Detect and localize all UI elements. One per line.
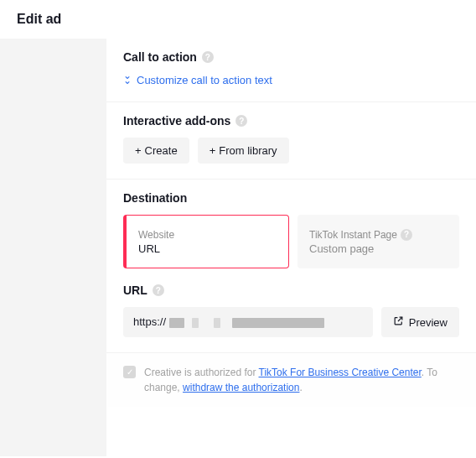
destination-instant-page-label: TikTok Instant Page [309, 229, 397, 241]
destination-website-card[interactable]: Website URL [123, 215, 289, 268]
customize-cta-text: Customize call to action text [137, 74, 272, 86]
sidebar [0, 39, 106, 456]
authorization-footer: ✓ Creative is authorized for TikTok For … [106, 353, 476, 407]
external-link-icon [393, 315, 404, 329]
call-to-action-title: Call to action [123, 50, 197, 64]
help-icon[interactable]: ? [202, 51, 214, 63]
destination-instant-page-card[interactable]: TikTok Instant Page ? Custom page [298, 215, 459, 268]
destination-section: Destination Website URL TikTok Instant P… [106, 180, 476, 353]
help-icon[interactable]: ? [153, 284, 164, 296]
withdraw-authorization-link[interactable]: withdraw the authorization [183, 382, 299, 393]
from-library-button[interactable]: + From library [198, 138, 289, 164]
customize-cta-link[interactable]: ⌄⌄ Customize call to action text [123, 74, 459, 86]
destination-website-value: URL [138, 242, 277, 255]
destination-title: Destination [123, 191, 187, 205]
from-library-label: From library [219, 144, 277, 157]
preview-button[interactable]: Preview [381, 307, 459, 337]
interactive-addons-section: Interactive add-ons ? + Create + From li… [106, 102, 476, 180]
plus-icon: + [135, 144, 142, 157]
interactive-addons-title: Interactive add-ons [123, 114, 230, 128]
create-addon-button[interactable]: + Create [123, 138, 189, 164]
page-title: Edit ad [0, 0, 476, 39]
plus-icon: + [210, 144, 216, 157]
authorization-text: Creative is authorized for TikTok For Bu… [144, 365, 459, 395]
create-addon-label: Create [145, 144, 178, 157]
help-icon[interactable]: ? [401, 229, 412, 241]
destination-instant-page-value: Custom page [309, 242, 448, 255]
preview-label: Preview [409, 316, 448, 329]
creative-center-link[interactable]: TikTok For Business Creative Center [259, 367, 422, 378]
main-panel: Call to action ? ⌄⌄ Customize call to ac… [106, 39, 476, 456]
chevron-down-icon: ⌄⌄ [123, 75, 132, 86]
url-title: URL [123, 284, 147, 297]
url-input[interactable]: https:// [123, 307, 373, 337]
help-icon[interactable]: ? [235, 115, 247, 127]
authorization-checkbox[interactable]: ✓ [123, 366, 136, 378]
destination-website-label: Website [138, 229, 277, 241]
call-to-action-section: Call to action ? ⌄⌄ Customize call to ac… [106, 39, 476, 102]
